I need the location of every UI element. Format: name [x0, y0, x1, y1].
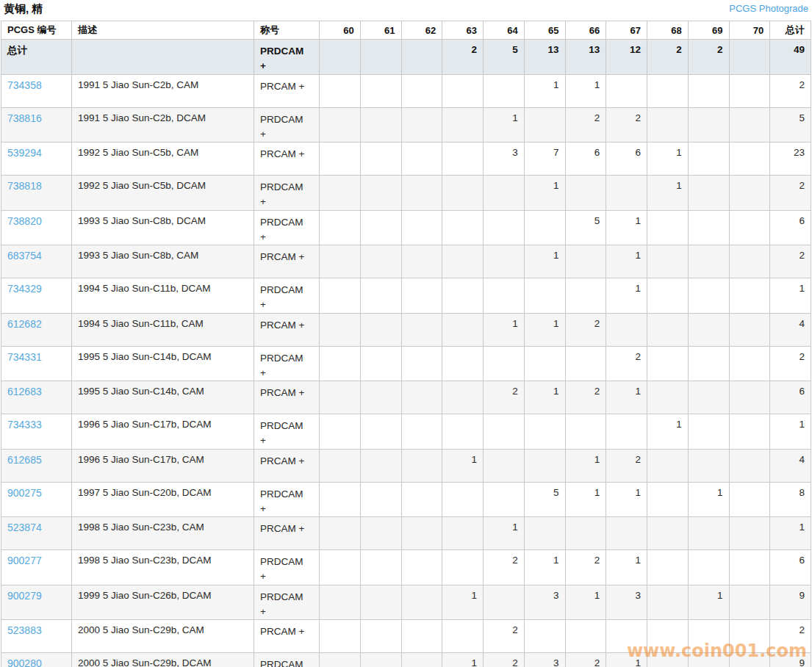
grade-count-cell: 2	[606, 346, 647, 381]
pcgs-number-link[interactable]: 738816	[7, 112, 42, 124]
pcgs-number-link[interactable]: 683754	[7, 250, 42, 262]
grade-count-cell: 1	[565, 585, 606, 620]
pcgs-number-link[interactable]: 900277	[7, 555, 42, 566]
row-total-cell: 4	[770, 449, 811, 482]
designation-cell: PRDCAM +	[254, 653, 320, 667]
table-row: 7343291994 5 Jiao Sun-C11b, DCAMPRDCAM +…	[1, 278, 811, 314]
grade-count-cell	[729, 313, 770, 346]
pcgs-number-cell: 734333	[1, 414, 72, 450]
grade-count-cell: 1	[606, 653, 647, 667]
grade-count-cell: 7	[524, 143, 565, 176]
pcgs-number-cell: 612685	[1, 449, 72, 482]
row-total-cell: 2	[770, 74, 811, 107]
column-header-grade-64: 64	[484, 21, 525, 40]
grade-count-cell	[729, 585, 770, 620]
pcgs-number-link[interactable]: 738818	[7, 180, 42, 192]
pcgs-number-link[interactable]: 900275	[7, 487, 42, 499]
grade-count-cell: 1	[442, 653, 484, 667]
grade-count-cell	[442, 482, 484, 517]
grade-count-cell	[401, 550, 442, 585]
pcgs-number-link[interactable]: 734331	[7, 351, 42, 363]
pcgs-number-cell: 734329	[1, 278, 72, 314]
grade-count-cell	[524, 346, 565, 381]
grade-count-cell	[442, 278, 484, 314]
designation-value: PRCAM +	[260, 522, 307, 536]
table-row: 5238741998 5 Jiao Sun-C23b, CAMPRCAM +11	[1, 517, 811, 550]
column-header-grade-70: 70	[729, 21, 770, 40]
grade-count-cell	[524, 414, 565, 450]
grade-count-cell	[688, 278, 729, 314]
pcgs-number-cell: 523874	[1, 517, 72, 550]
designation-cell: PRCAM +	[254, 143, 320, 176]
column-header-description: 描述	[72, 21, 254, 40]
pcgs-number-link[interactable]: 734333	[7, 419, 42, 430]
grade-count-cell	[647, 74, 689, 107]
designation-cell: PRDCAM +	[254, 107, 320, 143]
grade-count-cell	[729, 210, 770, 245]
row-total-cell: 9	[770, 585, 811, 620]
grade-count-cell: 1	[565, 449, 606, 482]
pcgs-number-link[interactable]: 738820	[7, 215, 42, 227]
pcgs-number-link[interactable]: 612683	[7, 386, 42, 397]
grade-count-cell	[484, 245, 525, 278]
grade-count-cell: 1	[524, 245, 565, 278]
grade-count-cell	[360, 653, 401, 667]
grade-count-cell	[401, 653, 442, 667]
grade-count-cell: 1	[606, 482, 647, 517]
grade-count-cell	[484, 346, 525, 381]
description-cell: 2000 5 Jiao Sun-C29b, DCAM	[72, 653, 254, 667]
totals-description-cell	[72, 40, 254, 75]
pcgs-number-link[interactable]: 539294	[7, 147, 42, 159]
designation-cell: PRCAM +	[254, 620, 320, 653]
description-cell: 1994 5 Jiao Sun-C11b, CAM	[72, 313, 254, 346]
designation-value: PRDCAM +	[260, 112, 307, 143]
pcgs-number-link[interactable]: 612685	[7, 454, 42, 466]
grade-count-cell	[484, 414, 525, 450]
pcgs-number-link[interactable]: 900280	[7, 657, 42, 667]
grade-count-cell	[442, 143, 484, 176]
designation-cell: PRDCAM +	[254, 278, 320, 314]
population-table: PCGS 编号 描述 称号 60 61 62 63 64 65 66 67 68…	[1, 21, 811, 667]
grade-count-cell	[442, 313, 484, 346]
pcgs-photograde-link[interactable]: PCGS Photograde	[729, 3, 808, 14]
grade-count-cell	[401, 143, 442, 176]
grade-count-cell	[360, 346, 401, 381]
designation-value: PRCAM +	[260, 386, 307, 400]
designation-cell: PRCAM +	[254, 517, 320, 550]
pcgs-number-cell: 734331	[1, 346, 72, 381]
designation-value: PRCAM +	[260, 454, 307, 469]
grade-count-cell	[401, 414, 442, 450]
description-cell: 1994 5 Jiao Sun-C11b, DCAM	[72, 278, 254, 314]
grade-count-cell	[401, 381, 442, 414]
pcgs-number-link[interactable]: 734358	[7, 79, 42, 91]
grade-count-cell	[320, 517, 361, 550]
grade-count-cell	[360, 107, 401, 143]
pcgs-number-link[interactable]: 734329	[7, 283, 42, 295]
grade-count-cell: 2	[565, 550, 606, 585]
row-total-cell: 2	[770, 245, 811, 278]
grade-count-cell: 2	[565, 653, 606, 667]
grade-count-cell	[688, 107, 729, 143]
pcgs-number-link[interactable]: 900279	[7, 590, 42, 602]
grade-count-cell	[729, 482, 770, 517]
designation-cell: PRDCAM +	[254, 346, 320, 381]
designation-cell: PRDCAM +	[254, 585, 320, 620]
grade-count-cell	[360, 449, 401, 482]
grade-count-cell	[688, 210, 729, 245]
row-total-cell: 6	[770, 210, 811, 245]
pcgs-number-link[interactable]: 523874	[7, 522, 42, 533]
grade-count-cell	[606, 620, 647, 653]
pcgs-number-cell: 734358	[1, 74, 72, 107]
grade-count-cell	[320, 620, 361, 653]
totals-grade-cell: 2	[647, 40, 689, 75]
pcgs-number-link[interactable]: 612682	[7, 318, 42, 330]
designation-cell: PRDCAM +	[254, 176, 320, 211]
pcgs-number-link[interactable]: 523883	[7, 624, 42, 636]
row-total-cell: 2	[770, 346, 811, 381]
grade-count-cell: 1	[524, 313, 565, 346]
grade-count-cell	[401, 245, 442, 278]
grade-count-cell	[524, 278, 565, 314]
totals-grade-cell	[320, 40, 361, 75]
grade-count-cell	[688, 245, 729, 278]
grade-count-cell	[647, 620, 689, 653]
